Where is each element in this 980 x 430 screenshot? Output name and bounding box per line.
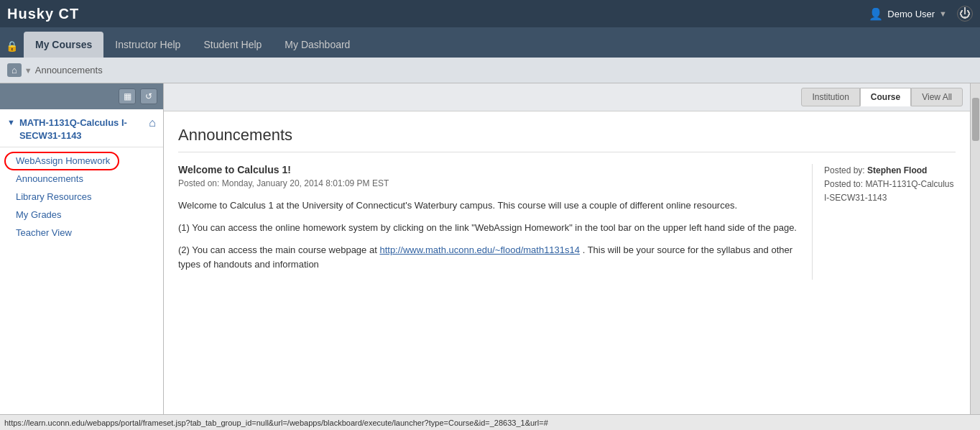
scrollbar-thumb[interactable]: [972, 98, 979, 141]
meta-posted-by-label: Posted by:: [824, 165, 867, 175]
scrollbar[interactable]: [970, 83, 980, 414]
page-title: Announcements: [178, 126, 956, 152]
course-title[interactable]: MATH-1131Q-Calculus I-SECW31-1143: [19, 116, 144, 142]
announcement-para-1: Welcome to Calculus 1 at the University …: [178, 198, 798, 214]
status-url: https://learn.uconn.edu/webapps/portal/f…: [4, 418, 548, 427]
announcement-link[interactable]: http://www.math.uconn.edu/~flood/math113…: [379, 244, 580, 255]
nav-tab-instructorhelp[interactable]: Instructor Help: [103, 32, 192, 58]
meta-posted-by-name: Stephen Flood: [867, 165, 927, 175]
announcement-subject: Welcome to Calculus 1!: [178, 164, 798, 175]
announcement-main: Welcome to Calculus 1! Posted on: Monday…: [178, 164, 798, 280]
user-name: Demo User: [887, 9, 935, 19]
breadcrumb-dropdown-arrow[interactable]: ▼: [24, 66, 32, 75]
lock-icon: 🔒: [6, 40, 18, 52]
breadcrumb-bar: ⌂ ▼ Announcements: [0, 58, 980, 83]
tab-view-all[interactable]: View All: [911, 88, 963, 106]
announcement-post: Welcome to Calculus 1! Posted on: Monday…: [178, 164, 956, 280]
course-home-icon[interactable]: ⌂: [149, 116, 156, 129]
sidebar-item-announcements[interactable]: Announcements: [0, 170, 163, 188]
sidebar-item-webassign-wrapper: WebAssign Homework: [0, 152, 163, 170]
content-area: Institution Course View All Announcement…: [164, 83, 970, 414]
sidebar-item-my-grades[interactable]: My Grades: [0, 206, 163, 224]
user-dropdown-arrow[interactable]: ▼: [939, 9, 947, 18]
sidebar-item-teacher-view[interactable]: Teacher View: [0, 224, 163, 242]
sidebar-refresh-btn[interactable]: ↺: [140, 88, 157, 104]
sidebar-item-webassign[interactable]: WebAssign Homework: [0, 152, 163, 170]
meta-posted-to-label: Posted to:: [824, 179, 865, 189]
sidebar-item-library-resources[interactable]: Library Resources: [0, 188, 163, 206]
breadcrumb-text: Announcements: [35, 65, 103, 76]
nav-bar: 🔒 My Courses Instructor Help Student Hel…: [0, 27, 980, 58]
announcement-body: Welcome to Calculus 1 at the University …: [178, 198, 798, 273]
nav-tab-mydashboard[interactable]: My Dashboard: [273, 32, 361, 58]
announcement-para-2: (1) You can access the online homework s…: [178, 221, 798, 236]
sidebar: ▦ ↺ ▼ MATH-1131Q-Calculus I-SECW31-1143 …: [0, 83, 164, 414]
announcement-para-3-text: (2) You can access the main course webpa…: [178, 244, 377, 255]
course-header: ▼ MATH-1131Q-Calculus I-SECW31-1143 ⌂: [0, 109, 163, 147]
course-collapse-arrow[interactable]: ▼: [7, 118, 15, 127]
breadcrumb-home-icon[interactable]: ⌂: [7, 63, 22, 77]
user-icon: 👤: [869, 7, 883, 21]
status-bar: https://learn.uconn.edu/webapps/portal/f…: [0, 414, 980, 430]
nav-tab-mycourses[interactable]: My Courses: [24, 32, 103, 58]
announcement-meta: Posted by: Stephen Flood Posted to: MATH…: [812, 164, 956, 280]
logo: Husky CT: [7, 6, 79, 22]
content-body: Announcements Welcome to Calculus 1! Pos…: [164, 111, 970, 414]
top-bar-right: 👤 Demo User ▼ ⏻: [869, 6, 973, 22]
sidebar-edit-btn[interactable]: ▦: [119, 88, 136, 104]
main-layout: ▦ ↺ ▼ MATH-1131Q-Calculus I-SECW31-1143 …: [0, 83, 980, 414]
nav-tab-studenthelp[interactable]: Student Help: [192, 32, 273, 58]
power-icon[interactable]: ⏻: [957, 6, 973, 22]
announcement-date: Posted on: Monday, January 20, 2014 8:01…: [178, 178, 798, 188]
content-tabs: Institution Course View All: [164, 83, 970, 111]
top-bar: Husky CT 👤 Demo User ▼ ⏻: [0, 0, 980, 27]
sidebar-toolbar: ▦ ↺: [0, 83, 163, 109]
tab-institution[interactable]: Institution: [801, 88, 859, 106]
announcement-para-3: (2) You can access the main course webpa…: [178, 243, 798, 273]
tab-course[interactable]: Course: [860, 88, 911, 106]
sidebar-nav: WebAssign Homework Announcements Library…: [0, 147, 163, 246]
